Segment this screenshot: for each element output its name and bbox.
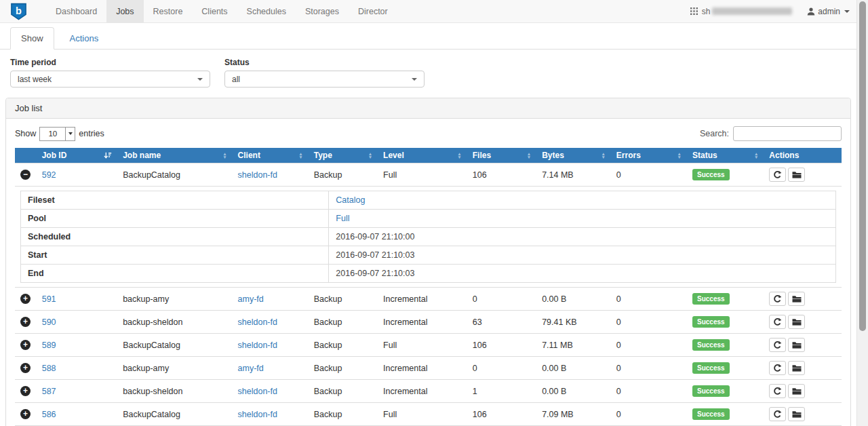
client-link[interactable]: amy-fd: [238, 364, 264, 373]
status-label: Status: [224, 58, 425, 67]
status-select[interactable]: all: [224, 71, 425, 88]
level-cell: Incremental: [378, 380, 467, 403]
expand-row-icon[interactable]: +: [20, 317, 31, 327]
nav-item-storages[interactable]: Storages: [296, 0, 349, 22]
column-header-job-name[interactable]: Job name▲▼: [117, 148, 232, 163]
host-name-redacted: [712, 7, 792, 15]
chevron-down-icon: [412, 78, 417, 81]
panel-body: Show 10 entries Search: Job ID Job: [6, 119, 850, 426]
nav-item-jobs[interactable]: Jobs: [106, 0, 143, 22]
job-files-button[interactable]: [788, 338, 805, 352]
column-header-errors[interactable]: Errors▲▼: [611, 148, 687, 163]
column-header-status[interactable]: Status▲▼: [687, 148, 764, 163]
client-link[interactable]: sheldon-fd: [238, 341, 277, 350]
job-id-link[interactable]: 587: [42, 387, 56, 396]
rerun-job-button[interactable]: [769, 292, 786, 306]
job-id-link[interactable]: 591: [42, 294, 56, 304]
job-files-button[interactable]: [788, 361, 805, 375]
job-name-cell: backup-sheldon: [117, 311, 232, 334]
rerun-job-button[interactable]: [769, 407, 786, 421]
folder-icon: [792, 410, 802, 419]
detail-value-link[interactable]: Catalog: [336, 195, 365, 205]
rerun-job-button[interactable]: [769, 338, 786, 352]
job-id-link[interactable]: 586: [42, 410, 56, 419]
job-detail-row: FilesetCatalogPoolFullScheduled2016-09-0…: [15, 187, 842, 288]
job-files-button[interactable]: [788, 407, 805, 421]
column-header-files[interactable]: Files▲▼: [467, 148, 536, 163]
errors-cell: 0: [611, 357, 687, 380]
expand-row-icon[interactable]: +: [20, 409, 31, 419]
expand-row-icon[interactable]: +: [20, 294, 31, 304]
column-header-bytes[interactable]: Bytes▲▼: [536, 148, 611, 163]
entries-per-page-select[interactable]: 10: [39, 127, 75, 141]
files-cell: 63: [467, 311, 536, 334]
client-link[interactable]: amy-fd: [238, 294, 264, 304]
client-link[interactable]: sheldon-fd: [238, 410, 277, 419]
detail-row: End2016-09-07 21:10:03: [21, 265, 836, 283]
chevron-down-icon: [197, 78, 203, 81]
type-cell: Backup: [309, 380, 378, 403]
status-badge: Success: [692, 316, 730, 328]
nav-item-schedules[interactable]: Schedules: [237, 0, 296, 22]
job-files-button[interactable]: [788, 292, 805, 306]
table-header-row: Job ID Job name▲▼Client▲▼Type▲▼Level▲▼Fi…: [15, 148, 842, 163]
nav-item-clients[interactable]: Clients: [192, 0, 237, 22]
scrollbar-thumb[interactable]: [859, 1, 866, 331]
column-header-type[interactable]: Type▲▼: [309, 148, 378, 163]
job-files-button[interactable]: [788, 315, 805, 329]
nav-item-dashboard[interactable]: Dashboard: [46, 0, 106, 22]
column-header-job-id[interactable]: Job ID: [37, 148, 117, 163]
detail-value-link[interactable]: Full: [336, 214, 349, 223]
status-value: all: [232, 75, 240, 84]
sort-icon: ▲▼: [457, 152, 461, 159]
nav-item-restore[interactable]: Restore: [144, 0, 193, 22]
level-cell: Incremental: [378, 311, 467, 334]
column-header-level[interactable]: Level▲▼: [378, 148, 467, 163]
search-control: Search:: [700, 126, 842, 141]
job-id-link[interactable]: 589: [42, 341, 56, 350]
time-period-value: last week: [18, 75, 52, 84]
nav-item-director[interactable]: Director: [349, 0, 397, 22]
rerun-job-button[interactable]: [769, 315, 786, 329]
vertical-scrollbar[interactable]: [856, 0, 868, 426]
bytes-cell: 7.11 MB: [536, 334, 611, 357]
job-id-link[interactable]: 592: [42, 170, 56, 180]
client-link[interactable]: sheldon-fd: [238, 170, 277, 180]
rerun-job-button[interactable]: [769, 384, 786, 398]
time-period-select[interactable]: last week: [10, 71, 210, 88]
job-id-link[interactable]: 590: [42, 317, 56, 327]
bytes-cell: 0.00 B: [536, 380, 611, 403]
rerun-job-button[interactable]: [769, 168, 786, 182]
collapse-row-icon[interactable]: −: [20, 170, 31, 180]
expand-row-icon[interactable]: +: [20, 363, 31, 373]
level-cell: Incremental: [378, 357, 467, 380]
chevron-down-icon: [844, 10, 850, 13]
search-input[interactable]: [733, 126, 842, 141]
client-link[interactable]: sheldon-fd: [238, 387, 277, 396]
user-menu[interactable]: admin: [807, 7, 850, 16]
job-id-link[interactable]: 588: [42, 364, 56, 373]
tab-actions[interactable]: Actions: [59, 27, 110, 50]
apps-grid-icon[interactable]: [690, 7, 698, 15]
brand-shield-icon: b: [10, 3, 27, 20]
column-header-client[interactable]: Client▲▼: [233, 148, 309, 163]
bytes-cell: 0.00 B: [536, 357, 611, 380]
baculum-logo[interactable]: b: [0, 0, 37, 22]
job-files-button[interactable]: [788, 168, 805, 182]
client-link[interactable]: sheldon-fd: [238, 317, 277, 327]
refresh-icon: [773, 317, 782, 326]
expand-row-icon[interactable]: +: [20, 386, 31, 396]
refresh-icon: [773, 410, 782, 419]
column-header-actions: Actions: [764, 148, 842, 163]
sort-icon: ▲▼: [677, 152, 682, 159]
rerun-job-button[interactable]: [769, 361, 786, 375]
column-label: Bytes: [542, 151, 564, 160]
table-row: +588backup-amyamy-fdBackupIncremental00.…: [15, 357, 842, 380]
tab-show[interactable]: Show: [10, 27, 54, 50]
job-files-button[interactable]: [788, 384, 805, 398]
job-name-cell: BackupCatalog: [117, 403, 232, 426]
host-prefix: sh: [702, 7, 711, 16]
files-cell: 106: [467, 403, 536, 426]
expand-row-icon[interactable]: +: [20, 340, 31, 350]
page-tabs: ShowActions: [0, 23, 856, 50]
